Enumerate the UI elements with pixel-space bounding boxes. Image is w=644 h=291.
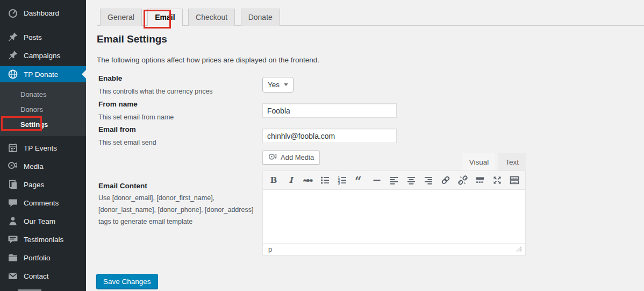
sidebar-item-comments[interactable]: Comments bbox=[0, 195, 86, 211]
tab-general[interactable]: General bbox=[100, 9, 142, 26]
sidebar-item-dashboard[interactable]: Dashboard bbox=[0, 5, 86, 21]
submenu-item-label: Donors bbox=[20, 105, 43, 113]
submenu-item-donors[interactable]: Donors bbox=[0, 102, 86, 117]
editor-toolbar: B I ABC 123 “ bbox=[263, 171, 525, 190]
user-icon bbox=[8, 216, 18, 226]
italic-icon[interactable]: I bbox=[284, 174, 297, 187]
sidebar-item-label: Campaigns bbox=[24, 52, 60, 60]
resize-handle[interactable] bbox=[516, 245, 522, 254]
link-icon[interactable] bbox=[439, 174, 452, 187]
editor-mode-tabs: Visual Text bbox=[460, 153, 526, 171]
tab-donate[interactable]: Donate bbox=[241, 9, 280, 26]
media-icon bbox=[8, 161, 18, 172]
bulleted-list-icon[interactable] bbox=[319, 174, 332, 187]
pin-icon bbox=[8, 32, 18, 42]
sidebar-item-pages[interactable]: Pages bbox=[0, 176, 86, 193]
email-content-help: Use [donor_email], [donor_first_name], [… bbox=[98, 193, 257, 228]
page-title: Email Settings bbox=[97, 33, 167, 45]
email-content-editor: B I ABC 123 “ bbox=[262, 171, 526, 255]
sidebar-item-tp-donate[interactable]: TP Donate bbox=[0, 66, 86, 82]
email-from-input[interactable] bbox=[262, 129, 397, 143]
bold-icon[interactable]: B bbox=[267, 174, 280, 187]
submenu-item-label: Donates bbox=[20, 90, 46, 98]
align-left-icon[interactable] bbox=[388, 174, 400, 187]
admin-sidebar: Dashboard Posts Campaigns TP Donate Dona… bbox=[0, 0, 86, 291]
sidebar-item-posts[interactable]: Posts bbox=[0, 29, 86, 45]
email-content-label: Email Content bbox=[98, 182, 147, 190]
submenu-item-label: Settings bbox=[20, 120, 48, 129]
sidebar-item-media[interactable]: Media bbox=[0, 158, 86, 174]
envelope-icon bbox=[8, 271, 18, 281]
wordpress-admin-screen: Dashboard Posts Campaigns TP Donate Dona… bbox=[0, 0, 644, 291]
align-right-icon[interactable] bbox=[422, 174, 435, 187]
sidebar-item-label: Contact bbox=[24, 272, 49, 280]
from-name-help: This set email from name bbox=[98, 112, 174, 124]
sidebar-item-label: TP Events bbox=[24, 144, 57, 152]
sidebar-item-label: Pages bbox=[24, 181, 44, 189]
pages-icon bbox=[8, 179, 18, 190]
comment-icon bbox=[8, 197, 18, 208]
sidebar-item-label: Media bbox=[24, 162, 44, 171]
more-tag-icon[interactable] bbox=[474, 174, 486, 187]
unlink-icon[interactable] bbox=[456, 174, 469, 187]
from-name-label: From name bbox=[98, 100, 138, 108]
text-tab[interactable]: Text bbox=[498, 153, 526, 171]
submenu-item-donates[interactable]: Donates bbox=[0, 87, 86, 102]
enable-label: Enable bbox=[98, 74, 122, 82]
editor-status-bar: p bbox=[263, 243, 525, 255]
sidebar-item-label: Our Team bbox=[24, 217, 55, 225]
pin-icon bbox=[8, 50, 18, 61]
tab-checkout[interactable]: Checkout bbox=[188, 9, 235, 26]
editor-content-area[interactable] bbox=[263, 190, 525, 243]
sidebar-item-label: Dashboard bbox=[24, 9, 59, 17]
add-media-button[interactable]: Add Media bbox=[262, 150, 320, 165]
numbered-list-icon[interactable]: 123 bbox=[336, 174, 349, 187]
horizontal-rule-icon[interactable] bbox=[370, 174, 383, 187]
sidebar-item-portfolio[interactable]: Portfolio bbox=[0, 250, 86, 266]
strikethrough-icon[interactable]: ABC bbox=[302, 174, 314, 187]
tp-donate-submenu: Donates Donors Settings bbox=[0, 82, 86, 136]
tab-email[interactable]: Email bbox=[147, 9, 182, 26]
portfolio-icon bbox=[8, 252, 18, 263]
sidebar-item-label: Portfolio bbox=[24, 254, 51, 262]
sidebar-item-label: Testimonials bbox=[24, 236, 63, 244]
sidebar-item-testimonials[interactable]: Testimonials bbox=[0, 231, 86, 247]
blockquote-icon[interactable]: “ bbox=[353, 174, 366, 187]
page-description: The following options affect how prices … bbox=[97, 56, 319, 64]
sidebar-item-campaigns[interactable]: Campaigns bbox=[0, 47, 86, 63]
globe-icon bbox=[8, 69, 18, 80]
save-changes-button[interactable]: Save Changes bbox=[96, 274, 158, 289]
calendar-icon bbox=[8, 143, 18, 153]
testimonial-icon bbox=[8, 234, 18, 245]
email-from-label: Email from bbox=[98, 125, 136, 133]
submenu-item-settings[interactable]: Settings bbox=[0, 117, 86, 132]
sidebar-item-tp-events[interactable]: TP Events bbox=[0, 140, 86, 156]
fullscreen-icon[interactable] bbox=[491, 174, 504, 187]
dashboard-icon bbox=[8, 8, 18, 18]
sidebar-item-contact[interactable]: Contact bbox=[0, 268, 86, 284]
sidebar-item-our-team[interactable]: Our Team bbox=[0, 213, 86, 229]
visual-tab[interactable]: Visual bbox=[462, 153, 497, 171]
settings-page: General Email Checkout Donate Email Sett… bbox=[86, 0, 644, 291]
enable-select-value: Yes bbox=[268, 81, 280, 89]
enable-select[interactable]: Yes bbox=[262, 77, 294, 93]
add-media-icon bbox=[268, 153, 277, 162]
enable-help: This controlls what the currency prices bbox=[98, 86, 213, 98]
add-media-label: Add Media bbox=[281, 153, 314, 161]
sidebar-item-label: TP Donate bbox=[24, 70, 58, 79]
align-center-icon[interactable] bbox=[405, 174, 418, 187]
sidebar-item-label: Comments bbox=[24, 199, 59, 207]
chevron-down-icon bbox=[284, 83, 288, 86]
settings-tab-bar: General Email Checkout Donate bbox=[97, 8, 644, 26]
toolbar-toggle-icon[interactable] bbox=[508, 174, 521, 187]
svg-text:“: “ bbox=[355, 175, 362, 186]
sidebar-item-label: Posts bbox=[24, 33, 42, 41]
svg-text:3: 3 bbox=[338, 181, 340, 185]
from-name-input[interactable] bbox=[262, 103, 397, 118]
email-from-help: This set email send bbox=[98, 137, 156, 149]
editor-element-path: p bbox=[268, 245, 272, 253]
